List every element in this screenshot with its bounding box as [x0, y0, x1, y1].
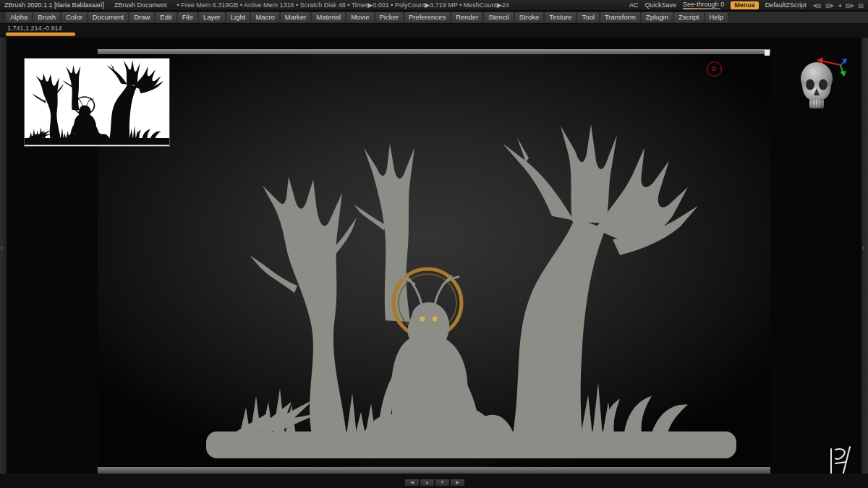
menus-toggle-button[interactable]: Menus — [731, 1, 759, 9]
menu-bar: AlphaBrushColorDocumentDrawEditFileLayer… — [0, 12, 868, 24]
skull-material-preview — [794, 61, 839, 113]
see-through-track[interactable] — [683, 8, 720, 9]
document-title: ZBrush Document — [114, 1, 167, 9]
memory-status: • Free Mem 6.319GB • Active Mem 1316 • S… — [177, 1, 509, 9]
left-panel-strip: ‹ — [0, 38, 7, 488]
menu-item[interactable]: Draw — [129, 12, 154, 22]
document-thumbnail — [24, 58, 170, 147]
scroll-right-button[interactable]: ▶ — [451, 479, 464, 486]
cursor-coordinates: 1.741,1.214,-0.914 — [7, 25, 62, 32]
menu-item[interactable]: Macro — [251, 12, 278, 22]
horizontal-scroll-controls: ◀ ▲ ▼ ▶ — [405, 479, 464, 486]
menu-item[interactable]: Light — [226, 12, 250, 22]
left-panel-toggle-icon[interactable]: ‹ — [1, 244, 3, 252]
titlebar-icon[interactable]: ▤ — [858, 2, 864, 9]
menu-item[interactable]: Render — [451, 12, 482, 22]
menu-item[interactable]: Picker — [375, 12, 403, 22]
menu-item[interactable]: Texture — [545, 12, 576, 22]
ac-button[interactable]: AC — [629, 1, 639, 9]
menu-item[interactable]: Marker — [281, 12, 311, 22]
menu-item[interactable]: File — [178, 12, 197, 22]
see-through-slider[interactable]: See-through 0 — [683, 1, 724, 9]
titlebar-icon[interactable]: ◂▤ — [813, 2, 822, 9]
right-panel-strip: › — [861, 38, 868, 488]
thumbnail-silhouette — [25, 59, 169, 146]
scroll-left-button[interactable]: ◀ — [405, 479, 419, 486]
titlebar-icon[interactable]: ▤▸ — [846, 2, 854, 9]
menu-item[interactable]: Zplugin — [642, 12, 673, 22]
quicksave-button[interactable]: QuickSave — [645, 1, 677, 9]
menu-item[interactable]: Edit — [156, 12, 176, 22]
app-title: ZBrush 2020.1.1 [Ilaria Baldassari] — [4, 1, 104, 9]
brush-cursor-icon — [707, 61, 722, 77]
status-row: 1.741,1.214,-0.914 — [0, 24, 868, 38]
see-through-label: See-through 0 — [683, 1, 724, 8]
owl-right-eye — [433, 317, 438, 322]
right-panel-toggle-icon[interactable]: › — [862, 244, 864, 252]
menu-item[interactable]: Stencil — [484, 12, 514, 22]
menu-item[interactable]: Color — [61, 12, 87, 22]
title-bar: ZBrush 2020.1.1 [Ilaria Baldassari] ZBru… — [0, 0, 868, 11]
menu-item[interactable]: Alpha — [6, 12, 32, 22]
canvas-scroll-thumb[interactable] — [765, 50, 770, 56]
menu-item[interactable]: Document — [88, 12, 128, 22]
menu-item[interactable]: Stroke — [515, 12, 543, 22]
menu-item[interactable]: Help — [705, 12, 728, 22]
menu-item[interactable]: Transform — [600, 12, 640, 22]
menu-item[interactable]: Movie — [346, 12, 373, 22]
menu-item[interactable]: Zscript — [674, 12, 704, 22]
owl-left-eye — [420, 317, 425, 322]
sculpt-scene[interactable] — [98, 49, 770, 474]
default-zscript-button[interactable]: DefaultZScript — [765, 1, 807, 9]
menu-item[interactable]: Material — [312, 12, 345, 22]
menu-item[interactable]: Preferences — [404, 12, 450, 22]
menu-item[interactable]: Layer — [199, 12, 225, 22]
menu-item[interactable]: Brush — [33, 12, 60, 22]
menu-item[interactable]: Tool — [577, 12, 598, 22]
scroll-down-button[interactable]: ▼ — [435, 479, 449, 486]
bottom-bar: ◀ ▲ ▼ ▶ — [0, 474, 868, 488]
scroll-up-button[interactable]: ▲ — [420, 479, 434, 486]
progress-bar — [6, 33, 75, 36]
titlebar-icon[interactable]: ◂ — [838, 2, 841, 9]
document-canvas[interactable] — [98, 49, 770, 474]
titlebar-icon-group: ◂▤▤▸◂▤▸▤ — [813, 2, 864, 9]
titlebar-icon[interactable]: ▤▸ — [825, 2, 834, 9]
brush-cursor-center — [712, 67, 716, 71]
